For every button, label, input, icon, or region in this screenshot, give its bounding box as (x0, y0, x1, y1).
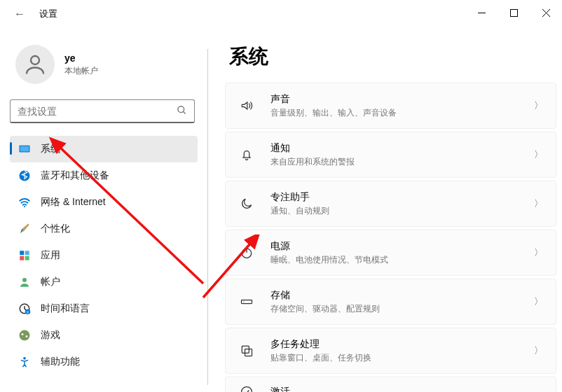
svg-rect-25 (242, 300, 252, 304)
back-button[interactable]: ← (14, 8, 25, 20)
svg-rect-14 (25, 256, 29, 260)
svg-point-26 (243, 301, 244, 302)
svg-point-19 (20, 330, 30, 341)
tile-sound[interactable]: 声音 音量级别、输出、输入、声音设备 〉 (225, 83, 556, 129)
accessibility-icon (18, 356, 31, 368)
tile-multitasking[interactable]: 多任务处理 贴靠窗口、桌面、任务切换 〉 (225, 328, 556, 374)
tile-title: 存储 (270, 289, 534, 302)
tile-notifications[interactable]: 通知 来自应用和系统的警报 〉 (225, 132, 556, 178)
tile-activation[interactable]: 激活 (225, 377, 556, 392)
moon-icon (238, 197, 255, 211)
account-icon (18, 276, 31, 288)
gaming-icon (18, 329, 31, 342)
sound-icon (238, 99, 255, 113)
search-input[interactable] (18, 106, 177, 117)
nav-system[interactable]: 系统 (10, 136, 198, 162)
sidebar: ye 本地帐户 系统 蓝牙和其他设备 网络 & Internet (0, 28, 207, 392)
nav-label: 网络 & Internet (41, 196, 106, 209)
nav-time-language[interactable]: 文 时间和语言 (10, 295, 198, 322)
apps-icon (18, 249, 31, 262)
chevron-right-icon: 〉 (534, 197, 543, 210)
chevron-right-icon: 〉 (534, 99, 543, 112)
nav-accessibility[interactable]: 辅助功能 (10, 349, 198, 375)
multitask-icon (238, 344, 255, 358)
system-icon (18, 143, 31, 155)
svg-rect-11 (20, 251, 24, 255)
tile-title: 声音 (270, 93, 534, 106)
svg-rect-1 (510, 9, 517, 16)
nav-apps[interactable]: 应用 (10, 242, 198, 269)
tile-title: 多任务处理 (270, 338, 534, 351)
main-panel: 系统 声音 音量级别、输出、输入、声音设备 〉 通知 来自应用和系统的警报 〉 … (208, 28, 562, 392)
svg-rect-28 (245, 349, 252, 356)
window-title: 设置 (39, 8, 57, 20)
tile-subtitle: 睡眠、电池使用情况、节电模式 (270, 254, 534, 266)
svg-point-29 (242, 387, 252, 393)
svg-line-6 (183, 111, 185, 113)
tile-title: 激活 (270, 386, 543, 392)
nav-label: 时间和语言 (41, 302, 90, 315)
bluetooth-icon (18, 169, 31, 182)
svg-text:文: 文 (26, 310, 29, 314)
search-box[interactable] (10, 99, 195, 123)
svg-rect-8 (20, 146, 29, 152)
clock-icon: 文 (18, 302, 31, 315)
tile-title: 通知 (270, 142, 534, 155)
tile-subtitle: 音量级别、输出、输入、声音设备 (270, 107, 534, 119)
svg-rect-12 (25, 251, 29, 255)
nav-network[interactable]: 网络 & Internet (10, 189, 198, 216)
tile-focus-assist[interactable]: 专注助手 通知、自动规则 〉 (225, 181, 556, 227)
window-controls (465, 0, 562, 25)
chevron-right-icon: 〉 (534, 148, 543, 161)
svg-point-22 (23, 357, 26, 360)
svg-rect-13 (20, 256, 24, 260)
nav-label: 蓝牙和其他设备 (41, 169, 109, 182)
activation-icon (238, 385, 255, 392)
nav-list: 系统 蓝牙和其他设备 网络 & Internet 个性化 应用 帐户 (10, 136, 198, 375)
tile-title: 电源 (270, 240, 534, 253)
avatar (15, 45, 55, 84)
tile-subtitle: 存储空间、驱动器、配置规则 (270, 303, 534, 315)
svg-point-21 (26, 335, 28, 337)
svg-point-20 (22, 333, 24, 335)
tile-storage[interactable]: 存储 存储空间、驱动器、配置规则 〉 (225, 279, 556, 325)
nav-label: 应用 (41, 249, 60, 262)
brush-icon (18, 223, 31, 235)
nav-label: 辅助功能 (41, 356, 80, 368)
svg-point-10 (24, 206, 25, 207)
minimize-button[interactable] (465, 0, 498, 25)
power-icon (238, 246, 255, 260)
profile-name: ye (64, 52, 98, 64)
profile-block[interactable]: ye 本地帐户 (10, 39, 198, 90)
tile-title: 专注助手 (270, 191, 534, 204)
chevron-right-icon: 〉 (534, 344, 543, 357)
maximize-button[interactable] (498, 0, 530, 25)
storage-icon (238, 295, 255, 309)
nav-accounts[interactable]: 帐户 (10, 269, 198, 295)
svg-rect-27 (242, 346, 249, 353)
nav-label: 帐户 (41, 276, 60, 288)
tile-subtitle: 来自应用和系统的警报 (270, 156, 534, 168)
tile-subtitle: 通知、自动规则 (270, 205, 534, 217)
nav-gaming[interactable]: 游戏 (10, 322, 198, 349)
page-heading: 系统 (229, 43, 556, 70)
tile-power[interactable]: 电源 睡眠、电池使用情况、节电模式 〉 (225, 230, 556, 276)
svg-point-4 (31, 56, 39, 64)
profile-subtitle: 本地帐户 (64, 65, 98, 77)
nav-personalization[interactable]: 个性化 (10, 216, 198, 242)
close-button[interactable] (530, 0, 562, 25)
tile-subtitle: 贴靠窗口、桌面、任务切换 (270, 352, 534, 364)
nav-label: 游戏 (41, 329, 60, 342)
titlebar: ← 设置 (0, 0, 562, 28)
svg-point-15 (22, 278, 27, 282)
search-icon (177, 105, 187, 118)
svg-point-5 (178, 106, 184, 112)
nav-label: 系统 (41, 143, 60, 155)
chevron-right-icon: 〉 (534, 246, 543, 259)
wifi-icon (18, 196, 31, 209)
nav-bluetooth[interactable]: 蓝牙和其他设备 (10, 162, 198, 189)
chevron-right-icon: 〉 (534, 295, 543, 308)
bell-icon (238, 148, 255, 162)
nav-label: 个性化 (41, 223, 70, 235)
